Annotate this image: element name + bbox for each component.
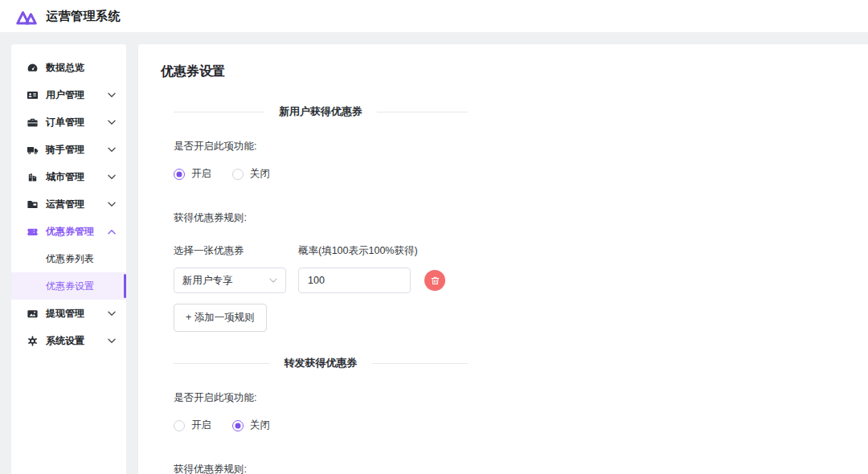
divider-line [372,363,469,364]
rider-icon [27,144,39,156]
sidebar-item-data-overview[interactable]: 数据总览 [11,54,126,81]
withdraw-icon [27,308,39,320]
section-title: 新用户获得优惠券 [264,104,377,119]
delete-rule-button[interactable] [424,270,445,291]
sidebar-item-order-management[interactable]: 订单管理 [11,108,126,136]
sidebar-subitem-coupon-settings[interactable]: 优惠券设置 [11,272,126,300]
mountain-logo-icon [14,6,39,26]
radio-label: 开启 [191,419,211,432]
chevron-up-icon [108,229,116,235]
section-title: 转发获得优惠券 [270,356,372,370]
sidebar-item-operation-management[interactable]: 运营管理 [11,190,126,218]
divider-line [174,363,270,364]
coupon-icon [27,226,39,238]
radio-option-off[interactable]: 关闭 [232,167,270,181]
radio-label: 开启 [191,167,211,181]
sidebar-item-label: 骑手管理 [46,143,108,157]
trash-icon [430,276,440,286]
sidebar-item-label: 数据总览 [46,61,116,75]
sidebar-item-label: 订单管理 [46,116,108,129]
chevron-down-icon [108,120,116,125]
coupon-settings-form: 新用户获得优惠券 是否开启此项功能: 开启 关闭 获得优惠券规则: 选择一张优惠… [174,104,468,474]
radio-option-off[interactable]: 关闭 [232,419,270,432]
divider-line [174,112,264,112]
chevron-down-icon [108,202,116,207]
coupon-rules-label: 获得优惠券规则: [174,463,468,474]
radio-label: 关闭 [250,167,270,181]
main-content: 优惠券设置 新用户获得优惠券 是否开启此项功能: 开启 关闭 获得优惠券规则: [138,44,868,474]
radio-selected-icon[interactable] [232,420,244,431]
active-indicator [124,274,126,298]
app-title: 运营管理系统 [46,9,121,24]
app-header: 运营管理系统 [0,0,868,32]
page-title: 优惠券设置 [161,63,844,80]
city-icon [27,171,39,183]
sidebar-subitem-label: 优惠券设置 [46,280,94,293]
dashboard-icon [27,62,39,74]
sidebar-item-user-management[interactable]: 用户管理 [11,81,126,108]
radio-label: 关闭 [250,419,270,432]
radio-unselected-icon[interactable] [232,169,244,180]
enable-radio-group-forward: 开启 关闭 [174,419,468,432]
sidebar-subitem-coupon-list[interactable]: 优惠券列表 [11,245,126,272]
sidebar-item-label: 运营管理 [46,198,108,211]
sidebar: 数据总览 用户管理 订单管理 骑手管理 [11,44,126,474]
radio-unselected-icon[interactable] [174,420,185,431]
rule-column-labels: 选择一张优惠券 概率(填100表示100%获得) [174,244,468,258]
chevron-down-icon [108,311,116,317]
sidebar-item-coupon-management[interactable]: 优惠券管理 [11,218,126,245]
orders-icon [27,116,39,129]
add-rule-button[interactable]: + 添加一项规则 [174,304,267,332]
enable-feature-label: 是否开启此项功能: [174,140,468,153]
enable-radio-group-new-user: 开启 关闭 [174,167,468,181]
sidebar-item-label: 优惠券管理 [46,225,108,239]
sidebar-item-withdrawal-management[interactable]: 提现管理 [11,300,126,327]
chevron-down-icon [108,147,116,153]
chevron-down-icon [108,338,116,344]
radio-selected-icon[interactable] [174,169,185,180]
sidebar-item-system-settings[interactable]: 系统设置 [11,327,126,354]
workspace-background: 数据总览 用户管理 订单管理 骑手管理 [0,32,868,474]
operations-icon [27,198,39,210]
sidebar-item-label: 系统设置 [46,334,108,348]
settings-icon [27,335,39,347]
coupon-select-value: 新用户专享 [182,274,233,288]
chevron-down-icon [108,92,116,98]
radio-option-on[interactable]: 开启 [174,419,211,432]
coupon-rules-label: 获得优惠券规则: [174,211,468,225]
enable-feature-label: 是否开启此项功能: [174,391,468,405]
chevron-down-icon [269,278,277,284]
probability-input[interactable] [298,268,411,293]
section-divider-new-user: 新用户获得优惠券 [174,104,468,119]
coupon-select[interactable]: 新用户专享 [174,268,286,293]
divider-line [377,112,468,112]
select-coupon-label: 选择一张优惠券 [174,244,298,258]
radio-option-on[interactable]: 开启 [174,167,211,181]
sidebar-item-city-management[interactable]: 城市管理 [11,163,126,190]
probability-label: 概率(填100表示100%获得) [298,244,418,258]
sidebar-item-label: 提现管理 [46,307,108,321]
coupon-rule-row: 新用户专享 [174,268,468,293]
chevron-down-icon [108,174,116,180]
section-divider-forward: 转发获得优惠券 [174,356,468,370]
sidebar-item-rider-management[interactable]: 骑手管理 [11,136,126,163]
sidebar-subitem-label: 优惠券列表 [46,252,94,266]
sidebar-item-label: 城市管理 [46,170,108,184]
sidebar-item-label: 用户管理 [46,88,108,102]
users-icon [27,89,39,101]
